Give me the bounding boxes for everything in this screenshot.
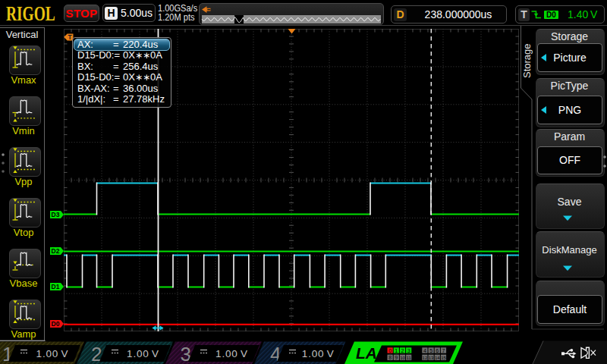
svg-text:LA: LA bbox=[356, 344, 377, 362]
svg-text:3: 3 bbox=[407, 348, 410, 353]
svg-text:D3: D3 bbox=[52, 211, 60, 218]
svg-text:D2: D2 bbox=[52, 247, 60, 255]
svg-text:0: 0 bbox=[388, 348, 392, 353]
svg-text:14: 14 bbox=[435, 356, 440, 360]
svg-text:11: 11 bbox=[407, 356, 412, 360]
svg-text:D1: D1 bbox=[52, 283, 60, 290]
svg-text:7: 7 bbox=[442, 348, 445, 353]
svg-text:9: 9 bbox=[395, 355, 398, 360]
svg-text:6: 6 bbox=[436, 348, 439, 353]
svg-text:1.00 V: 1.00 V bbox=[36, 348, 69, 359]
svg-text:15: 15 bbox=[441, 356, 446, 360]
svg-text:1.00 V: 1.00 V bbox=[215, 348, 248, 359]
svg-text:1.00 V: 1.00 V bbox=[302, 348, 335, 359]
svg-text:8: 8 bbox=[388, 355, 392, 360]
svg-text:D0: D0 bbox=[52, 320, 60, 328]
svg-text:13: 13 bbox=[429, 356, 434, 360]
svg-text:4: 4 bbox=[423, 348, 426, 353]
svg-text:10: 10 bbox=[400, 356, 405, 360]
svg-text:1.00 V: 1.00 V bbox=[127, 348, 159, 359]
svg-text:5: 5 bbox=[429, 348, 432, 353]
svg-text:12: 12 bbox=[423, 356, 428, 360]
svg-text:2: 2 bbox=[401, 348, 404, 353]
svg-text:1: 1 bbox=[395, 348, 398, 353]
